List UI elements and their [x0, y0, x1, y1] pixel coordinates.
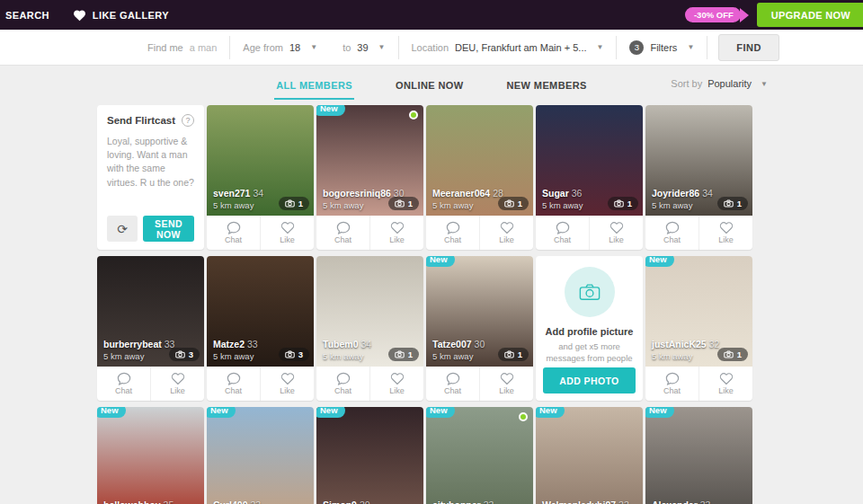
sort-value[interactable]: Popularity	[707, 78, 752, 89]
age-from-select[interactable]: Age from 18 ▼	[230, 37, 330, 58]
member-card[interactable]: New Welmanladybj9733 Chat Like	[536, 407, 643, 504]
chevron-down-icon: ▼	[597, 43, 604, 51]
chat-button[interactable]: Chat	[316, 367, 369, 401]
new-badge: New	[426, 256, 455, 267]
find-me-field[interactable]: Find me a man	[135, 37, 229, 58]
sort-control[interactable]: Sort by Popularity ▼	[671, 78, 768, 89]
find-button[interactable]: FIND	[718, 34, 779, 61]
member-photo[interactable]: New Simon930	[316, 407, 423, 504]
chat-button[interactable]: Chat	[645, 367, 698, 401]
member-card[interactable]: New Simon930 Chat Like	[316, 407, 423, 504]
member-card[interactable]: New hellowebboy35 Chat Like	[97, 407, 204, 504]
tab-all-members[interactable]: ALL MEMBERS	[274, 71, 354, 100]
member-age: 33	[700, 500, 711, 504]
member-photo[interactable]: New burberrybeat33 5 km away 3	[97, 256, 204, 367]
member-photo[interactable]: New sven27134 5 km away 1	[207, 105, 314, 216]
like-button[interactable]: Like	[369, 367, 423, 401]
like-button[interactable]: Like	[589, 216, 643, 250]
heart-outline-icon	[500, 372, 514, 385]
member-card[interactable]: New Sugar36 5 km away 1 Chat Like	[536, 105, 643, 250]
new-badge: New	[97, 407, 126, 418]
age-to-select[interactable]: to 39 ▼	[330, 37, 397, 58]
member-info: Joyrider8634 5 km away	[652, 188, 713, 210]
location-value[interactable]: DEU, Frankfurt am Main + 5...	[455, 42, 586, 53]
member-card[interactable]: New burberrybeat33 5 km away 3 Chat Like	[97, 256, 204, 401]
heart-outline-icon	[609, 221, 624, 234]
member-photo[interactable]: New Matze233 5 km away 3	[207, 256, 314, 367]
filters-label[interactable]: Filters	[650, 42, 677, 53]
help-icon[interactable]: ?	[182, 114, 194, 127]
chat-button[interactable]: Chat	[316, 216, 369, 250]
member-age: 30	[475, 339, 485, 349]
member-card[interactable]: New Alexander33 Chat Like	[645, 407, 752, 504]
heart-outline-icon	[390, 372, 405, 385]
camera-icon	[504, 350, 514, 358]
member-card[interactable]: New sven27134 5 km away 1 Chat Like	[207, 105, 314, 250]
chat-button[interactable]: Chat	[645, 216, 698, 250]
camera-icon	[614, 199, 624, 208]
member-photo[interactable]: New Sugar36 5 km away 1	[536, 105, 643, 216]
member-photo[interactable]: New Joyrider8634 5 km away 1	[645, 105, 752, 216]
member-photo[interactable]: New Meeraner06428 5 km away 1	[426, 105, 533, 216]
like-button[interactable]: Like	[150, 367, 204, 401]
member-photo[interactable]: New Tubem034 5 km away 1	[316, 256, 423, 367]
chat-button[interactable]: Chat	[207, 367, 260, 401]
photo-count-badge: 1	[498, 348, 529, 361]
tab-new-members[interactable]: NEW MEMBERS	[505, 71, 589, 100]
find-me-value[interactable]: a man	[190, 42, 218, 53]
like-button[interactable]: Like	[260, 367, 314, 401]
member-tabs: ALL MEMBERS ONLINE NOW NEW MEMBERS	[274, 71, 589, 100]
like-label: Like	[718, 386, 734, 395]
member-info: Simon930	[323, 500, 370, 504]
member-distance: 5 km away	[432, 351, 485, 361]
chevron-down-icon: ▼	[761, 80, 768, 88]
member-photo[interactable]: New hellowebboy35	[97, 407, 204, 504]
member-card[interactable]: New citybopper33 Chat Like	[426, 407, 533, 504]
member-photo[interactable]: New bogoresriniq8630 5 km away 1	[316, 105, 423, 216]
member-card[interactable]: New Tatze00730 5 km away 1 Chat Like	[426, 256, 533, 401]
chat-button[interactable]: Chat	[426, 216, 479, 250]
photo-count-badge: 1	[388, 197, 419, 210]
member-photo[interactable]: New Welmanladybj9733	[536, 407, 643, 504]
like-button[interactable]: Like	[479, 367, 533, 401]
member-card[interactable]: New justAnicK2532 5 km away 1 Chat Like	[645, 256, 752, 401]
like-button[interactable]: Like	[698, 216, 752, 250]
card-actions: Chat Like	[316, 367, 423, 401]
filters-select[interactable]: 3 Filters ▼	[617, 37, 707, 58]
chat-button[interactable]: Chat	[207, 216, 260, 250]
location-select[interactable]: Location DEU, Frankfurt am Main + 5... ▼	[399, 37, 617, 58]
age-from-value[interactable]: 18	[289, 42, 300, 53]
chat-button[interactable]: Chat	[536, 216, 589, 250]
member-photo[interactable]: New Tatze00730 5 km away 1	[426, 256, 533, 367]
like-button[interactable]: Like	[369, 216, 423, 250]
age-to-value[interactable]: 39	[357, 42, 368, 53]
member-photo[interactable]: New citybopper33	[426, 407, 533, 504]
chat-button[interactable]: Chat	[426, 367, 479, 401]
like-button[interactable]: Like	[260, 216, 314, 250]
chat-label: Chat	[444, 386, 461, 395]
send-now-button[interactable]: SEND NOW	[143, 216, 194, 242]
upgrade-now-button[interactable]: UPGRADE NOW	[757, 3, 863, 27]
refresh-message-button[interactable]: ⟳	[107, 216, 138, 242]
photo-count-badge: 1	[608, 197, 638, 210]
add-photo-subtitle: and get x5 more messages from people	[543, 340, 636, 367]
nav-like-gallery[interactable]: LIKE GALLERY	[73, 9, 169, 22]
member-info: Sugar36 5 km away	[542, 188, 583, 210]
member-card[interactable]: New Meeraner06428 5 km away 1 Chat Like	[426, 105, 533, 250]
member-card[interactable]: New bogoresriniq8630 5 km away 1 Chat Li…	[316, 105, 423, 250]
member-photo[interactable]: New Curl40033	[207, 407, 314, 504]
like-button[interactable]: Like	[479, 216, 533, 250]
member-photo[interactable]: New Alexander33	[645, 407, 752, 504]
tab-online-now[interactable]: ONLINE NOW	[394, 71, 466, 100]
member-card[interactable]: New Curl40033 Chat Like	[207, 407, 314, 504]
add-photo-button[interactable]: ADD PHOTO	[543, 367, 636, 393]
member-card[interactable]: New Matze233 5 km away 3 Chat Like	[207, 256, 314, 401]
chat-button[interactable]: Chat	[97, 367, 150, 401]
nav-search[interactable]: SEARCH	[5, 10, 49, 21]
member-photo[interactable]: New justAnicK2532 5 km away 1	[645, 256, 752, 367]
like-button[interactable]: Like	[698, 367, 752, 401]
photo-count-badge: 1	[498, 197, 529, 210]
add-photo-card: Add profile picture and get x5 more mess…	[536, 256, 643, 401]
member-card[interactable]: New Tubem034 5 km away 1 Chat Like	[316, 256, 423, 401]
member-card[interactable]: New Joyrider8634 5 km away 1 Chat Like	[645, 105, 752, 250]
